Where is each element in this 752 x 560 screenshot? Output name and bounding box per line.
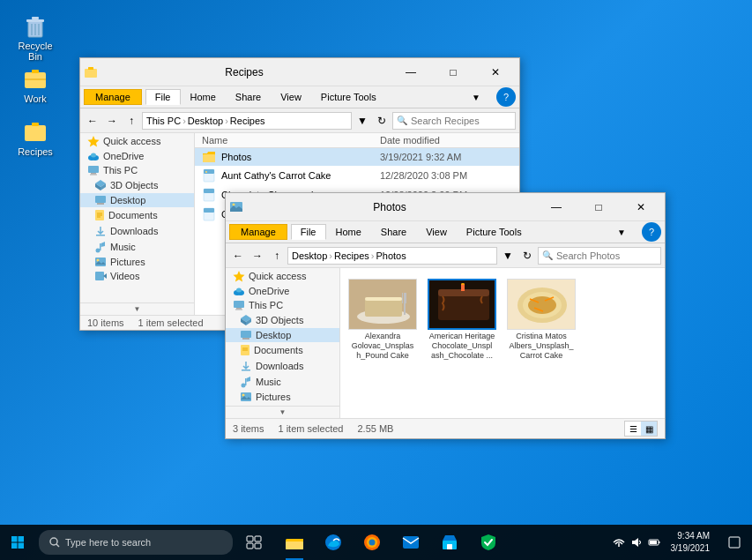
photos-path-dropdown[interactable]: ▼ (499, 247, 517, 265)
taskbar-security[interactable] (469, 525, 508, 560)
taskbar-mail[interactable] (391, 525, 430, 560)
recipes-minimize-button[interactable]: ― (391, 58, 431, 86)
photos-share-tab[interactable]: Share (371, 224, 416, 240)
svg-rect-88 (19, 536, 25, 542)
sidebar-quick-access[interactable]: Quick access (80, 133, 194, 149)
sidebar-scroll-down[interactable]: ▼ (80, 302, 194, 315)
computer-icon (87, 165, 100, 175)
svg-rect-51 (236, 308, 242, 310)
sidebar-pictures[interactable]: Pictures (80, 255, 194, 269)
system-tray (609, 536, 664, 549)
taskbar-edge[interactable] (314, 525, 353, 560)
name-column-header[interactable]: Name (202, 135, 380, 146)
sidebar-downloads[interactable]: Downloads (80, 223, 194, 239)
svg-rect-34 (95, 272, 104, 280)
recipes-window-icon (84, 65, 98, 79)
date-column-header[interactable]: Date modified (380, 135, 512, 146)
task-view-button[interactable] (236, 525, 272, 560)
photos-sidebar-scroll-down[interactable]: ▼ (226, 406, 339, 418)
photos-sidebar-pictures[interactable]: Pictures (226, 390, 339, 404)
photos-window-controls: ― □ ✕ (536, 193, 661, 221)
svg-rect-63 (245, 378, 247, 385)
recipes-ribbon-toggle[interactable]: ▼ (456, 83, 496, 111)
sidebar-desktop[interactable]: Desktop (80, 193, 194, 207)
sidebar-onedrive[interactable]: OneDrive (80, 149, 194, 163)
desktop-icon (94, 195, 107, 205)
photos-ribbon-toggle[interactable]: ▼ (601, 218, 642, 246)
table-row[interactable]: Aunt Cathy's Carrot Cake 12/28/2020 3:08… (195, 166, 519, 185)
sidebar-3d-objects[interactable]: 3D Objects (80, 177, 194, 193)
list-view-button[interactable]: ☰ (625, 422, 641, 436)
photos-manage-tab[interactable]: Manage (229, 224, 287, 240)
recycle-bin-desktop-icon[interactable]: Recycle Bin (9, 9, 62, 65)
photos-sidebar-desktop[interactable]: Desktop (226, 328, 339, 342)
photos-sidebar-onedrive[interactable]: OneDrive (226, 284, 339, 298)
recipes-share-tab[interactable]: Share (226, 89, 271, 105)
recipes-home-tab[interactable]: Home (181, 89, 226, 105)
clock[interactable]: 9:34 AM 3/19/2021 (664, 530, 718, 555)
notification-button[interactable] (717, 525, 752, 560)
photos-sidebar-3d-objects[interactable]: 3D Objects (226, 312, 339, 328)
photos-address-path[interactable]: Desktop › Recipes › Photos (287, 247, 497, 265)
work-desktop-icon[interactable]: Work (9, 62, 62, 108)
start-button[interactable] (0, 525, 35, 560)
photos-close-button[interactable]: ✕ (621, 193, 661, 221)
photos-maximize-button[interactable]: □ (578, 193, 619, 221)
sidebar-documents[interactable]: Documents (80, 207, 194, 223)
photos-title-bar: Photos ― □ ✕ (226, 193, 665, 221)
svg-rect-109 (650, 541, 657, 544)
photos-up-button[interactable]: ↑ (268, 247, 286, 265)
documents-icon-2 (240, 344, 250, 356)
thumbnail-item-pound-cake[interactable]: Alexandra Golovac_Unsplas h_Pound Cake (347, 279, 418, 407)
photos-minimize-button[interactable]: ― (536, 193, 577, 221)
recipes-close-button[interactable]: ✕ (475, 58, 516, 86)
recipes-search-input[interactable] (392, 112, 516, 130)
tile-view-button[interactable]: ▦ (641, 422, 657, 436)
star-icon (87, 135, 100, 147)
taskbar-store[interactable] (430, 525, 469, 560)
svg-rect-2 (32, 17, 39, 19)
recipes-desktop-icon[interactable]: Recipes (9, 115, 62, 161)
recipes-file-tab[interactable]: File (145, 89, 181, 105)
battery-icon (648, 536, 660, 549)
photos-view-tab[interactable]: View (416, 224, 457, 240)
photos-sidebar-this-pc[interactable]: This PC (226, 298, 339, 312)
recipes-up-button[interactable]: ↑ (123, 112, 140, 130)
svg-marker-106 (632, 538, 638, 547)
table-row[interactable]: Photos 3/19/2021 9:32 AM (195, 148, 519, 166)
recipes-forward-button[interactable]: → (103, 112, 121, 130)
sidebar-music[interactable]: Music (80, 239, 194, 255)
recipes-view-tab[interactable]: View (271, 89, 311, 105)
photos-search-input[interactable] (538, 247, 661, 265)
recipes-refresh-button[interactable]: ↻ (373, 112, 391, 130)
taskbar-search[interactable]: Type here to search (39, 530, 233, 555)
recipes-address-path[interactable]: This PC › Desktop › Recipes (142, 112, 352, 130)
photos-back-button[interactable]: ← (229, 247, 247, 265)
recipes-path-dropdown[interactable]: ▼ (354, 112, 371, 130)
sidebar-videos[interactable]: Videos (80, 269, 194, 283)
photos-help-button[interactable]: ? (642, 222, 661, 242)
svg-rect-56 (241, 331, 251, 338)
photos-home-tab[interactable]: Home (326, 224, 371, 240)
sidebar-this-pc[interactable]: This PC (80, 163, 194, 177)
photos-refresh-button[interactable]: ↻ (518, 247, 536, 265)
recipes-title-text: Recipes (98, 66, 391, 78)
recipes-picture-tools-tab[interactable]: Picture Tools (311, 89, 386, 105)
taskbar-firefox[interactable] (353, 525, 391, 560)
photos-forward-button[interactable]: → (249, 247, 266, 265)
recipes-help-button[interactable]: ? (496, 87, 516, 107)
photos-sidebar-music[interactable]: Music (226, 374, 339, 390)
recipes-maximize-button[interactable]: □ (433, 58, 473, 86)
photos-file-tab[interactable]: File (291, 224, 326, 240)
thumbnail-item-carrot-cake[interactable]: Cristina Matos Albers_Unsplash_ Carrot C… (506, 279, 577, 407)
photos-sidebar-quick-access[interactable]: Quick access (226, 268, 339, 284)
photos-sidebar-documents[interactable]: Documents (226, 342, 339, 358)
taskbar-apps (275, 525, 606, 560)
recipes-manage-tab[interactable]: Manage (84, 89, 142, 105)
thumbnail-item-chocolate-cake[interactable]: American Heritage Chocolate_Unspl ash_Ch… (427, 279, 497, 407)
photos-sidebar-downloads[interactable]: Downloads (226, 358, 339, 374)
photos-picture-tools-tab[interactable]: Picture Tools (457, 224, 532, 240)
taskbar-file-explorer[interactable] (275, 525, 314, 560)
recipes-back-button[interactable]: ← (84, 112, 101, 130)
clock-time: 9:34 AM (677, 530, 710, 542)
